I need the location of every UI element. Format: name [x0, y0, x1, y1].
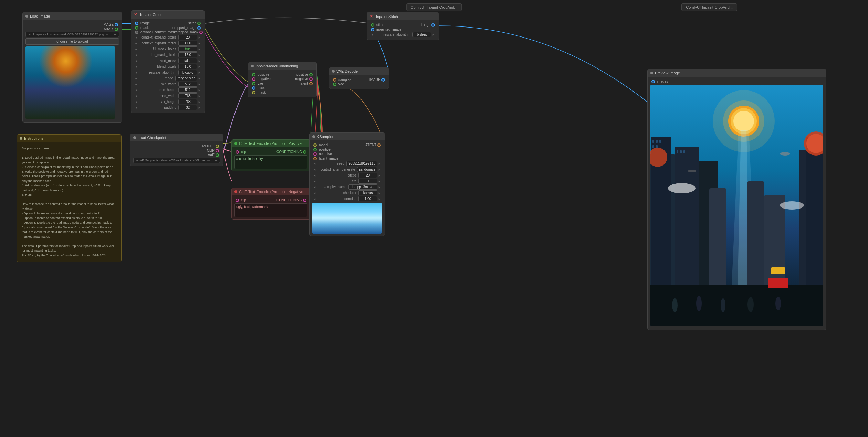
field-next[interactable]: ► — [197, 88, 202, 92]
vae-decode-header: VAE Decode — [329, 67, 389, 75]
imc-pixels-in[interactable] — [252, 86, 255, 90]
imc-positive-in[interactable] — [252, 73, 255, 76]
cfg-next[interactable]: ► — [377, 180, 382, 183]
vae-image-out[interactable] — [381, 78, 385, 82]
choose-file-button[interactable]: choose file to upload — [25, 38, 119, 45]
field-prev[interactable]: ◄ — [134, 106, 138, 109]
file-nav-next[interactable]: ► — [113, 33, 117, 36]
stitch-rescale-next[interactable]: ► — [431, 33, 436, 36]
field-prev[interactable]: ◄ — [134, 77, 138, 80]
ksampler-model-in[interactable] — [313, 143, 317, 147]
steps-prev[interactable]: ◄ — [312, 174, 317, 177]
ksampler-node: KSampler model LATENT positive negative … — [309, 132, 385, 236]
field-prev[interactable]: ◄ — [134, 42, 138, 45]
vae-port[interactable] — [216, 153, 219, 157]
imc-mask-in[interactable] — [252, 91, 255, 94]
seed-prev[interactable]: ◄ — [312, 162, 317, 166]
ksampler-latent-in[interactable] — [313, 157, 317, 160]
stitch-output-port[interactable] — [197, 22, 201, 25]
denoise-prev[interactable]: ◄ — [312, 197, 317, 201]
field-next[interactable]: ► — [197, 106, 202, 109]
field-next[interactable]: ► — [197, 77, 202, 80]
stitch-image-out[interactable] — [431, 23, 435, 27]
clip-pos-cond-out[interactable] — [303, 150, 306, 154]
inpainted-image-in[interactable] — [371, 28, 374, 31]
clip-negative-text[interactable]: ugly, text, watermark — [234, 203, 307, 217]
clip-pos-dot — [234, 142, 237, 145]
ckpt-prev[interactable]: ◄ — [135, 159, 139, 162]
sched-next[interactable]: ► — [377, 191, 382, 195]
field-next[interactable]: ► — [197, 36, 202, 39]
sampler-next[interactable]: ► — [377, 185, 382, 189]
stitch-in-port[interactable] — [371, 23, 374, 27]
field-next[interactable]: ► — [197, 65, 202, 68]
field-prev[interactable]: ◄ — [134, 53, 138, 57]
field-next[interactable]: ► — [197, 53, 202, 57]
field-next[interactable]: ► — [197, 47, 202, 51]
field-prev[interactable]: ◄ — [134, 100, 138, 104]
denoise-next[interactable]: ► — [377, 197, 382, 201]
invert-mask-row: ◄ invert_mask false ► — [134, 58, 202, 63]
mask-input-port[interactable] — [135, 26, 138, 30]
field-prev[interactable]: ◄ — [134, 65, 138, 68]
field-prev[interactable]: ◄ — [134, 47, 138, 51]
clip-neg-clip-in[interactable] — [236, 199, 239, 202]
ksampler-negative-in[interactable] — [313, 152, 317, 156]
load-image-node: Load Image IMAGE MASK ◄ clipspace/clipsp… — [22, 12, 122, 123]
imc-negative-out[interactable] — [309, 77, 313, 81]
image-input-port[interactable] — [135, 22, 138, 25]
context-mask-port[interactable] — [135, 31, 138, 34]
field-prev[interactable]: ◄ — [134, 94, 138, 98]
mask-output-port[interactable] — [115, 28, 118, 31]
field-prev[interactable]: ◄ — [134, 83, 138, 86]
preview-images-in[interactable] — [651, 80, 655, 83]
cropped-mask-port[interactable] — [199, 31, 203, 34]
ksampler-positive-in[interactable] — [313, 148, 317, 151]
imc-pixels-row: pixels — [251, 86, 314, 90]
imc-negative-row: negative negative — [251, 77, 314, 81]
imc-vae-row: vae latent — [251, 82, 314, 85]
imc-latent-out[interactable] — [309, 82, 313, 85]
vae-vae-in[interactable] — [333, 83, 336, 86]
file-nav-prev[interactable]: ◄ — [27, 33, 32, 36]
svg-rect-32 — [659, 140, 661, 143]
ctrl-next[interactable]: ► — [377, 168, 382, 171]
steps-next[interactable]: ► — [377, 174, 382, 177]
field-next[interactable]: ► — [197, 94, 202, 98]
clip-positive-text[interactable]: a cloud in the sky — [234, 155, 307, 169]
field-prev[interactable]: ◄ — [134, 71, 138, 74]
clip-neg-cond-out[interactable] — [303, 199, 306, 202]
cropped-image-port[interactable] — [197, 26, 201, 30]
image-output-port[interactable] — [115, 23, 118, 26]
seed-next[interactable]: ► — [377, 162, 382, 166]
cfg-prev[interactable]: ◄ — [312, 180, 317, 183]
vae-samples-in[interactable] — [333, 78, 336, 82]
stitch-rescale-prev[interactable]: ◄ — [370, 33, 374, 36]
field-next[interactable]: ► — [197, 100, 202, 104]
ksampler-latent-out[interactable] — [377, 143, 381, 147]
field-prev[interactable]: ◄ — [134, 88, 138, 92]
field-next[interactable]: ► — [197, 83, 202, 86]
imc-vae-in[interactable] — [252, 82, 255, 85]
stitch-close-icon[interactable]: ✕ — [370, 14, 373, 19]
imc-positive-out[interactable] — [309, 73, 313, 76]
sampler-prev[interactable]: ◄ — [312, 185, 317, 189]
load-image-header: Load Image — [23, 12, 122, 20]
field-next[interactable]: ► — [197, 59, 202, 63]
model-port[interactable] — [216, 145, 219, 148]
ksampler-latent-row: latent_image — [312, 157, 382, 160]
inpaint-crop-title: Inpaint Crop — [140, 13, 161, 17]
clip-pos-clip-in[interactable] — [236, 150, 239, 154]
sched-prev[interactable]: ◄ — [312, 191, 317, 195]
field-prev[interactable]: ◄ — [134, 59, 138, 63]
field-prev[interactable]: ◄ — [134, 36, 138, 39]
ctrl-prev[interactable]: ◄ — [312, 168, 317, 171]
preview-images-row: images — [650, 79, 823, 83]
field-next[interactable]: ► — [197, 42, 202, 45]
node-status-dot — [25, 15, 28, 18]
field-next[interactable]: ► — [197, 71, 202, 74]
ckpt-next[interactable]: ► — [214, 159, 218, 162]
close-icon[interactable]: ✕ — [134, 12, 137, 17]
clip-port[interactable] — [216, 149, 219, 152]
imc-negative-in[interactable] — [252, 77, 255, 81]
